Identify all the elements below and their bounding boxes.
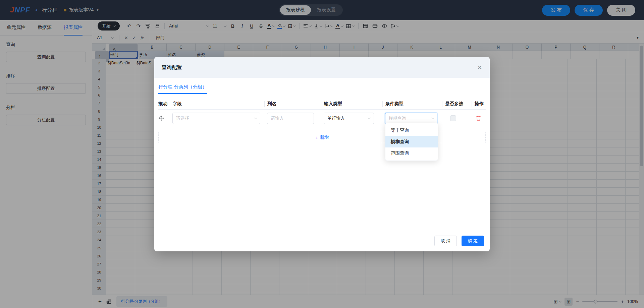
chevron-down-icon bbox=[368, 116, 371, 119]
condition-type-dropdown: 等于查询模糊查询范围查询 bbox=[385, 123, 438, 161]
field-select-placeholder: 请选择 bbox=[176, 115, 189, 121]
col-header-column-name: 列名 bbox=[264, 101, 321, 107]
query-config-modal: 查询配置 ✕ 行分栏-分两列（分组） 拖动 字段 列名 输入类型 条件类型 是否… bbox=[154, 57, 490, 251]
col-header-multi-select: 是否多选 bbox=[442, 101, 472, 107]
dropdown-option-等于查询[interactable]: 等于查询 bbox=[385, 125, 438, 136]
modal-sheet-tab[interactable]: 行分栏-分两列（分组） bbox=[158, 84, 207, 94]
modal-header: 查询配置 ✕ bbox=[154, 57, 490, 78]
col-header-field: 字段 bbox=[170, 101, 264, 107]
confirm-button[interactable]: 确定 bbox=[462, 236, 484, 246]
delete-row-icon[interactable] bbox=[476, 115, 486, 121]
input-type-value: 单行输入 bbox=[327, 115, 345, 121]
plus-icon: + bbox=[315, 135, 318, 140]
modal-body: 行分栏-分两列（分组） 拖动 字段 列名 输入类型 条件类型 是否多选 操作 请… bbox=[154, 78, 490, 236]
multi-select-checkbox[interactable] bbox=[450, 115, 456, 121]
cancel-button[interactable]: 取消 bbox=[434, 236, 457, 246]
col-header-condition-type: 条件类型 bbox=[382, 101, 442, 107]
condition-type-placeholder: 模糊查询 bbox=[389, 115, 406, 121]
dropdown-option-模糊查询[interactable]: 模糊查询 bbox=[385, 136, 438, 147]
col-header-input-type: 输入类型 bbox=[321, 101, 382, 107]
column-name-placeholder: 请输入 bbox=[271, 115, 284, 121]
dropdown-option-范围查询[interactable]: 范围查询 bbox=[385, 147, 438, 159]
field-select[interactable]: 请选择 bbox=[172, 113, 260, 124]
config-table-header: 拖动 字段 列名 输入类型 条件类型 是否多选 操作 bbox=[158, 98, 486, 110]
chevron-down-icon bbox=[431, 116, 434, 119]
close-icon[interactable]: ✕ bbox=[477, 64, 482, 71]
add-row-label: 新增 bbox=[320, 134, 329, 140]
condition-type-select[interactable]: 模糊查询 bbox=[385, 113, 437, 124]
col-header-actions: 操作 bbox=[472, 101, 486, 107]
drag-handle-icon[interactable] bbox=[158, 115, 170, 121]
chevron-down-icon bbox=[254, 116, 257, 119]
input-type-select[interactable]: 单行输入 bbox=[324, 113, 374, 124]
modal-footer: 取消 确定 bbox=[154, 236, 490, 251]
col-header-drag: 拖动 bbox=[158, 101, 170, 107]
column-name-input[interactable]: 请输入 bbox=[267, 113, 314, 124]
modal-title: 查询配置 bbox=[162, 64, 182, 71]
